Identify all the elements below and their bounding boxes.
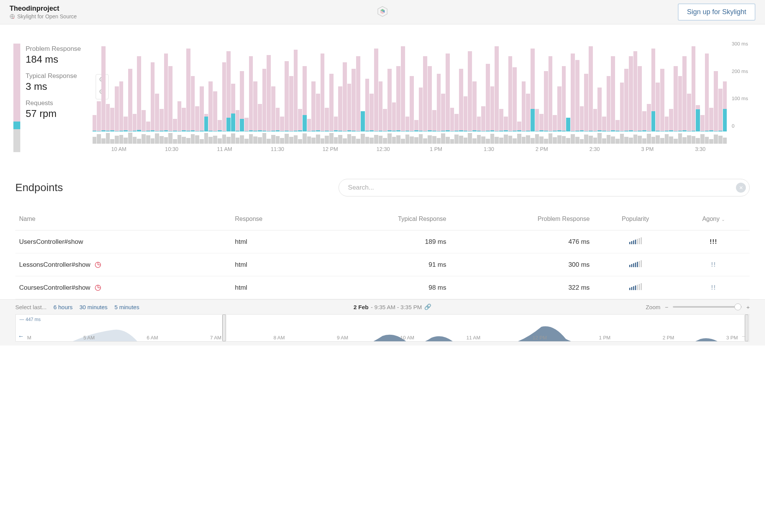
chart-bar[interactable] — [678, 76, 682, 131]
chart-bar[interactable] — [544, 71, 548, 131]
chart-bar[interactable] — [93, 115, 97, 131]
chart-bar[interactable] — [231, 84, 235, 131]
link-30-minutes[interactable]: 30 minutes — [80, 304, 107, 310]
chart-bar[interactable] — [562, 66, 566, 131]
chart-bar[interactable] — [602, 117, 606, 131]
chart-bar[interactable] — [186, 49, 190, 131]
chart-bar[interactable] — [106, 104, 110, 131]
link-icon[interactable]: 🔗 — [424, 303, 431, 310]
chart-bar[interactable] — [674, 66, 678, 131]
chart-bar[interactable] — [115, 86, 119, 131]
timeline-date-range[interactable]: 2 Feb - 9:35 AM - 3:35 PM 🔗 — [353, 303, 431, 310]
chart-bar[interactable] — [526, 94, 530, 131]
chart-bar[interactable] — [137, 56, 141, 131]
table-row[interactable]: UsersController#show html189 ms476 ms!!! — [15, 230, 750, 253]
chart-bar[interactable] — [700, 115, 705, 131]
chart-bar[interactable] — [267, 55, 271, 131]
chart-bar[interactable] — [696, 105, 700, 131]
zoom-plus-icon[interactable]: + — [746, 304, 750, 310]
timeline-chart[interactable]: 447 ms ← → M5 AM6 AM7 AM8 AM9 AM10 AM11 … — [15, 314, 750, 342]
chart-bar[interactable] — [638, 66, 642, 131]
col-popularity[interactable]: Popularity — [594, 208, 677, 230]
chart-bar[interactable] — [472, 81, 477, 131]
search-input[interactable] — [339, 179, 750, 196]
chart-bar[interactable] — [571, 54, 575, 131]
chart-bar[interactable] — [459, 69, 463, 131]
chart-bar[interactable] — [387, 69, 392, 131]
chart-bar[interactable] — [665, 117, 669, 131]
col-response[interactable]: Response — [231, 208, 316, 230]
chart-bar[interactable] — [539, 114, 544, 131]
zoom-slider[interactable] — [673, 306, 742, 308]
chart-bar[interactable] — [271, 86, 275, 131]
chart-bar[interactable] — [647, 104, 651, 131]
chart-bar[interactable] — [334, 117, 338, 131]
header-logo[interactable] — [377, 6, 388, 19]
chart-bar[interactable] — [338, 86, 342, 131]
chart-bar[interactable] — [262, 69, 267, 131]
chart-bar[interactable] — [490, 86, 495, 131]
table-row[interactable]: CoursesController#show html98 ms322 ms!! — [15, 276, 750, 299]
chart-bar[interactable] — [303, 66, 307, 131]
col-name[interactable]: Name — [15, 208, 231, 230]
link-5-minutes[interactable]: 5 minutes — [114, 304, 139, 310]
response-chart[interactable]: 300 ms200 ms100 ms0 10 AM10:3011 AM11:30… — [93, 44, 752, 152]
chart-bar[interactable] — [133, 114, 137, 131]
chart-bar[interactable] — [620, 83, 624, 131]
chart-bar[interactable] — [124, 117, 128, 131]
chart-bar[interactable] — [222, 62, 226, 131]
chart-bar[interactable] — [146, 122, 150, 131]
chart-bar[interactable] — [160, 109, 164, 131]
chart-bar[interactable] — [535, 109, 539, 131]
chart-bar[interactable] — [624, 69, 628, 131]
chart-bar[interactable] — [365, 79, 369, 131]
chart-bar[interactable] — [164, 54, 168, 131]
chart-bar[interactable] — [575, 60, 579, 131]
chart-bar[interactable] — [718, 89, 723, 131]
chart-bar[interactable] — [633, 51, 638, 131]
chart-bar[interactable] — [101, 46, 106, 131]
chart-bar[interactable] — [593, 109, 597, 131]
chart-bar[interactable] — [379, 81, 383, 131]
chart-bar[interactable] — [401, 46, 405, 131]
chart-bar[interactable] — [280, 117, 284, 131]
chart-bar[interactable] — [531, 49, 535, 131]
chart-bar[interactable] — [347, 84, 352, 131]
chart-bar[interactable] — [642, 111, 646, 131]
chart-bar[interactable] — [236, 110, 240, 131]
chart-bar[interactable] — [629, 56, 633, 131]
chart-bar[interactable] — [285, 61, 289, 131]
chart-bar[interactable] — [714, 71, 718, 131]
chart-bar[interactable] — [419, 88, 423, 131]
chart-bar[interactable] — [119, 81, 124, 131]
chart-bar[interactable] — [495, 46, 499, 131]
chart-bar[interactable] — [692, 46, 696, 131]
chart-bar[interactable] — [423, 56, 427, 131]
chart-bar[interactable] — [651, 49, 656, 131]
zoom-minus-icon[interactable]: − — [665, 304, 668, 310]
chart-bar[interactable] — [396, 66, 400, 131]
chart-bar[interactable] — [597, 88, 602, 131]
chart-bar[interactable] — [589, 46, 593, 131]
chart-bar[interactable] — [405, 117, 410, 131]
chart-bar[interactable] — [450, 108, 454, 131]
chart-bar[interactable] — [432, 110, 436, 131]
chart-bar[interactable] — [191, 76, 195, 131]
chart-bar[interactable] — [128, 69, 132, 131]
chart-bar[interactable] — [723, 81, 727, 131]
chart-bar[interactable] — [499, 109, 503, 131]
chart-bar[interactable] — [584, 74, 588, 131]
chart-bar[interactable] — [517, 122, 521, 131]
chart-bar[interactable] — [705, 54, 709, 131]
chart-bar[interactable] — [607, 76, 611, 131]
chart-bar[interactable] — [208, 81, 213, 131]
chart-bar[interactable] — [428, 66, 432, 131]
chart-bar[interactable] — [687, 94, 691, 131]
chart-bar[interactable] — [513, 67, 517, 131]
chart-bar[interactable] — [454, 114, 459, 131]
chart-bar[interactable] — [151, 62, 155, 131]
chart-bar[interactable] — [369, 94, 374, 131]
chart-bar[interactable] — [249, 56, 253, 131]
col-agony[interactable]: Agony ⌄ — [677, 208, 750, 230]
link-6-hours[interactable]: 6 hours — [54, 304, 73, 310]
